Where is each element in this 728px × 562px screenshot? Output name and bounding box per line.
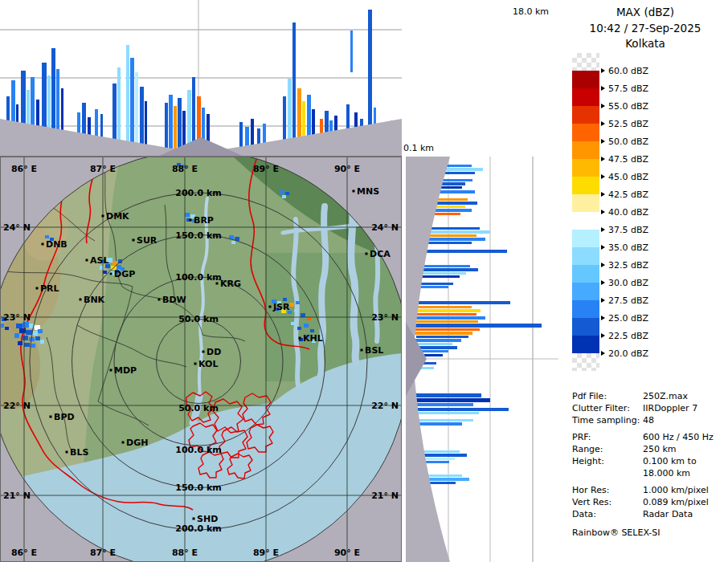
radar-echo-cell: [289, 303, 294, 307]
dbz-color-scale: [572, 53, 599, 371]
legend-label: 37.5 dBZ: [601, 224, 648, 235]
radar-echo-cell: [301, 313, 305, 317]
legend-tick-icon: [601, 157, 605, 161]
legend-label-text: 55.0 dBZ: [608, 101, 648, 112]
metadata-row: Hor Res:1.000 km/pixel: [572, 484, 714, 496]
city-label: SUR: [137, 235, 157, 246]
legend-color-cell: [572, 71, 599, 88]
city-label: DGP: [114, 269, 135, 279]
legend-color-cell: [572, 194, 599, 212]
metadata-key: [572, 467, 643, 479]
echo-bar: [413, 324, 542, 328]
range-ring-label: 50.0 km: [178, 403, 219, 413]
metadata-row: Pdf File:250Z.max: [572, 390, 714, 402]
radar-echo-cell: [31, 344, 35, 348]
legend-tick-icon: [601, 227, 605, 232]
radar-echo-cell: [45, 235, 49, 238]
legend-tick-icon: [601, 298, 605, 303]
legend-tick-icon: [601, 68, 605, 73]
lon-label-bottom: 89° E: [253, 548, 279, 558]
legend-color-cell: [572, 230, 599, 247]
city-marker: [202, 351, 205, 353]
legend-label-text: 20.0 dBZ: [608, 348, 648, 359]
radar-echo-cell: [18, 341, 22, 345]
lat-label-right: 22° N: [371, 401, 399, 411]
metadata-value: 18.000 km: [643, 467, 690, 479]
lon-label-bottom: 88° E: [172, 548, 198, 558]
legend-label-text: 47.5 dBZ: [608, 154, 648, 165]
legend-label-text: 30.0 dBZ: [608, 278, 648, 288]
legend-tick-icon: [601, 263, 605, 267]
legend-label: 47.5 dBZ: [601, 153, 648, 165]
city-marker: [110, 369, 112, 372]
city-marker: [193, 518, 195, 520]
metadata-row: 18.000 km: [572, 467, 714, 479]
radar-echo-cell: [285, 192, 289, 195]
city-label: DMK: [106, 211, 129, 222]
radar-echo-cell: [291, 322, 295, 325]
legend-label: 57.5 dBZ: [601, 83, 648, 94]
product-header: MAX (dBZ) 10:42 / 27-Sep-2025 Kolkata: [562, 5, 728, 52]
echo-bar: [415, 320, 478, 323]
software-brand: Rainbow® SELEX-SI: [572, 527, 714, 539]
city-label: PRL: [40, 283, 59, 294]
side-profile-plot[interactable]: [406, 157, 558, 562]
lat-label-left: 22° N: [3, 401, 31, 411]
top-profile-plot[interactable]: [0, 0, 402, 157]
radar-echo-cell: [19, 328, 26, 333]
range-ring-label: 150.0 km: [175, 483, 221, 493]
radar-echo-cell: [231, 241, 235, 244]
echo-bar: [415, 250, 507, 253]
city-label: MDP: [114, 365, 137, 376]
city-marker: [366, 253, 368, 255]
legend-label-text: 37.5 dBZ: [608, 225, 648, 235]
legend-color-cell: [572, 106, 599, 124]
metadata-key: Height:: [572, 455, 643, 467]
radar-echo-cell: [280, 190, 284, 194]
legend-cell-above-max: [572, 53, 599, 71]
radar-map-panel[interactable]: 200.0 km150.0 km100.0 km50.0 km50.0 km10…: [0, 157, 402, 562]
legend-color-cell: [572, 212, 599, 230]
legend-color-cell: [572, 283, 599, 300]
radar-echo-cell: [22, 322, 29, 328]
metadata-value: 250Z.max: [643, 390, 688, 402]
metadata-value: IIRDoppler 7: [643, 402, 697, 414]
lat-label-right: 23° N: [371, 312, 399, 323]
legend-tick-icon: [601, 316, 605, 320]
radar-map[interactable]: 200.0 km150.0 km100.0 km50.0 km50.0 km10…: [0, 157, 402, 562]
top-height-profile-panel[interactable]: [0, 0, 402, 157]
metadata-key: Hor Res:: [572, 484, 643, 496]
city-marker: [269, 306, 272, 308]
metadata-key: Pdf File:: [572, 390, 643, 402]
range-ring-label: 200.0 km: [175, 188, 221, 198]
metadata-key: PRF:: [572, 431, 643, 443]
city-label: MNS: [357, 186, 379, 197]
legend-label: 25.0 dBZ: [601, 312, 648, 324]
city-marker: [42, 243, 44, 246]
range-ring-label: 100.0 km: [175, 272, 221, 283]
legend-color-cell: [572, 88, 599, 106]
legend-label-text: 50.0 dBZ: [608, 136, 648, 147]
radar-echo-cell: [283, 298, 287, 301]
city-label: BLS: [70, 447, 88, 458]
echo-bar: [414, 408, 509, 411]
legend-tick-icon: [601, 210, 605, 214]
radar-echo-cell: [282, 195, 286, 198]
radar-echo-cell: [304, 324, 309, 328]
echo-bar: [414, 343, 452, 345]
lon-label-top: 88° E: [172, 164, 198, 174]
echo-bar: [350, 31, 353, 72]
legend-label-text: 52.5 dBZ: [608, 119, 648, 129]
echo-bar: [415, 328, 480, 331]
city-marker: [102, 215, 104, 218]
legend-label: 32.5 dBZ: [601, 259, 648, 271]
radar-echo-cell: [26, 330, 32, 335]
city-label: DNB: [46, 239, 67, 250]
city-marker: [299, 337, 301, 340]
side-height-profile-panel[interactable]: [406, 157, 558, 562]
radar-echo-cell: [24, 343, 30, 347]
radar-echo-cell: [5, 327, 9, 330]
metadata-row: Time sampling:48: [572, 414, 714, 426]
city-label: BRP: [194, 215, 214, 226]
echo-bar: [169, 95, 173, 157]
